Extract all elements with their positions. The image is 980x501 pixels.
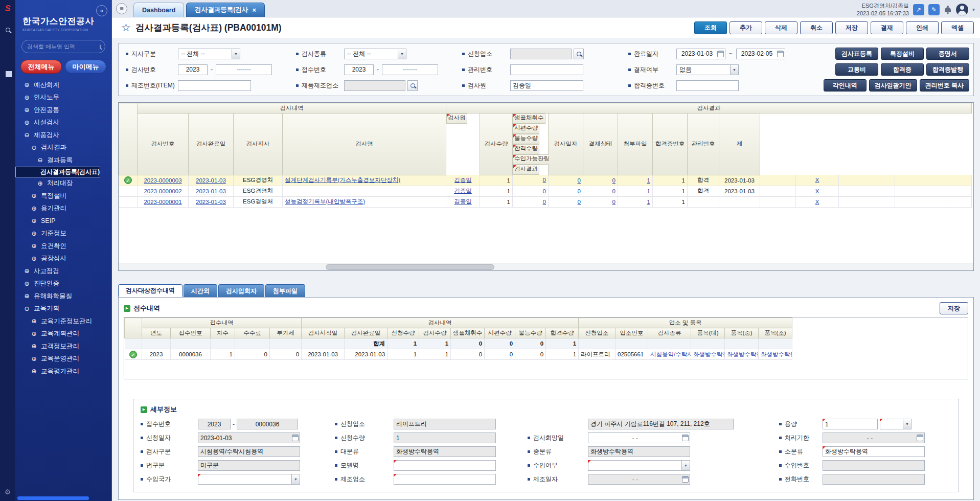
sidebar-item-inspection-result-registration[interactable]: 검사결과등록(검사표) [15, 167, 100, 177]
cell-link[interactable]: 성능검정기록부(내압방폭구조) [285, 198, 365, 204]
inspection-sheet-register-button[interactable]: 검사표등록 [835, 48, 878, 60]
row-select-cell[interactable] [119, 196, 138, 207]
expand-node-icon[interactable]: ⊕ [24, 82, 30, 88]
print-button[interactable]: 인쇄 [906, 21, 939, 34]
cell-link[interactable]: 1 [647, 199, 650, 205]
tab-dashboard[interactable]: Dashboard [133, 3, 184, 17]
expand-node-icon[interactable]: ⊕ [31, 331, 37, 337]
expand-node-icon[interactable]: ⊕ [24, 107, 30, 113]
cell-link[interactable]: 0 [578, 188, 581, 194]
manufacturer-input[interactable] [394, 474, 496, 485]
collapse-node-icon[interactable]: ⊖ [37, 157, 43, 163]
receipt-no-serial-input[interactable] [382, 64, 438, 75]
application-date-input[interactable] [198, 432, 300, 443]
sidebar-item-accident-inspection[interactable]: ⊕사고점검 [15, 265, 111, 278]
gear-icon[interactable]: ⚙ [5, 488, 11, 496]
sidebar-item-diagnosis-certification[interactable]: ⊕진단인증 [15, 278, 111, 290]
search-button[interactable]: 조회 [694, 21, 727, 34]
inspection-no-serial-input[interactable] [216, 64, 272, 75]
tab-inspection-target-receipt[interactable]: 검사대상접수내역 [118, 284, 183, 297]
expand-node-icon[interactable]: ⊕ [31, 206, 37, 212]
cell-link[interactable]: 0 [578, 199, 581, 205]
product-manufacturer-input[interactable] [344, 80, 405, 91]
inspector-input[interactable] [510, 80, 583, 91]
pass-certificate-issue-button[interactable]: 합격증발행 [926, 63, 969, 76]
sidebar-item-inspection-result[interactable]: ⊖검사결과 [15, 142, 111, 154]
calendar-icon[interactable] [777, 51, 784, 57]
collapse-node-icon[interactable]: ⊖ [24, 132, 30, 138]
engraving-history-button[interactable]: 각인내역 [824, 79, 867, 92]
sidebar-item-education-plan[interactable]: ⊕교육계획관리 [15, 328, 111, 340]
sidebar-item-customer-info[interactable]: ⊕고객정보관리 [15, 340, 111, 353]
copy-management-no-button[interactable]: 관리번호 복사 [920, 79, 969, 92]
import-country-select[interactable]: ▼ [198, 474, 300, 485]
cell-link[interactable]: X [815, 177, 819, 183]
detail-receipt-serial-input[interactable] [237, 419, 298, 429]
row-select-cell[interactable]: ✓ [125, 349, 142, 360]
cell-link[interactable]: 0 [612, 177, 616, 184]
cell-link[interactable]: 0 [543, 177, 546, 183]
cell-link[interactable]: 1 [647, 188, 650, 194]
horizontal-scrollbar[interactable] [119, 263, 973, 270]
horizontal-scrollbar-thumb[interactable] [326, 264, 494, 270]
sidebar-item-facility-inspection[interactable]: ⊕시설검사 [15, 117, 111, 129]
detail-save-button[interactable]: 저장 [940, 302, 968, 314]
add-button[interactable]: 추가 [730, 21, 762, 34]
cell-link[interactable]: 1 [647, 177, 650, 184]
cell-link[interactable]: 설계단계검사기록부(가스누출경보차단장치) [285, 177, 400, 183]
inspection-kind-select[interactable]: -- 전체 --▼ [344, 49, 406, 59]
calendar-icon[interactable] [682, 435, 689, 441]
inspection-category-input[interactable] [198, 446, 300, 457]
expand-node-icon[interactable]: ⊕ [37, 180, 43, 187]
menu-search-input[interactable] [27, 43, 100, 50]
cell-link[interactable]: 2023-01-03 [196, 188, 226, 194]
sidebar-item-education-standard-info[interactable]: ⊕교육기준정보관리 [15, 315, 111, 328]
cancel-button[interactable]: 취소 [800, 21, 833, 34]
calendar-icon[interactable] [917, 435, 923, 441]
tab-inspection-result-registration[interactable]: 검사결과등록(검사 × [186, 3, 265, 17]
cell-link[interactable]: 0 [612, 199, 616, 205]
row-select-cell[interactable]: ✓ [119, 175, 138, 186]
detail-receipt-year-input[interactable] [198, 419, 231, 429]
capacity-input[interactable] [823, 419, 878, 429]
model-name-input[interactable] [394, 460, 496, 471]
collapse-node-icon[interactable]: ⊖ [31, 145, 37, 151]
cell-link[interactable]: 2023-0000002 [144, 188, 181, 194]
cell-link[interactable]: 0 [543, 188, 546, 194]
capacity-unit-select[interactable]: ▼ [880, 419, 911, 429]
expand-node-icon[interactable]: ⊕ [31, 256, 37, 262]
approval-status-select[interactable]: 없음▼ [676, 64, 739, 75]
sidebar-item-safety-common[interactable]: ⊕안전공통 [15, 104, 111, 117]
table-row[interactable]: 2023-00000022023-01-03ESG경영처김종일100011합격2… [119, 186, 972, 196]
sidebar-item-standard-info[interactable]: ⊕기준정보 [15, 227, 111, 240]
cell-link[interactable]: 0 [543, 199, 546, 205]
certificate-button[interactable]: 증명서 [926, 48, 969, 60]
cell-link[interactable]: 0 [578, 177, 581, 184]
sidebar-item-education-evaluation[interactable]: ⊕교육평가관리 [15, 365, 111, 378]
sidebar-item-factory-audit[interactable]: ⊕공장심사 [15, 253, 111, 265]
menu-search-box[interactable] [21, 40, 105, 53]
apps-grid-icon[interactable] [6, 72, 7, 73]
import-no-input[interactable] [823, 460, 925, 471]
table-row[interactable]: ✓202300000361002023-01-032023-01-0311000… [125, 349, 792, 360]
transportation-fee-button[interactable]: 교통비 [835, 63, 878, 76]
tab-overtime[interactable]: 시간외 [184, 284, 217, 297]
expand-node-icon[interactable]: ⊕ [24, 281, 30, 287]
cell-link[interactable]: 2023-01-03 [196, 199, 226, 205]
edit-icon[interactable]: ✎ [928, 4, 940, 15]
calendar-icon[interactable] [682, 476, 689, 483]
cell-link[interactable]: 김종일 [454, 198, 472, 204]
search-icon[interactable] [100, 44, 101, 49]
cell-link[interactable]: 0 [612, 188, 616, 194]
tab-close-icon[interactable]: × [252, 7, 256, 13]
sidebar-item-hazardous-chemicals[interactable]: ⊕유해화학물질 [15, 290, 111, 303]
middle-class-input[interactable] [588, 446, 690, 457]
pass-certificate-button[interactable]: 합격증 [881, 63, 924, 76]
expand-node-icon[interactable]: ⊕ [31, 368, 37, 374]
phone-no-input[interactable] [823, 474, 925, 485]
favorite-star-icon[interactable]: ☆ [121, 21, 131, 34]
desired-inspection-date-input[interactable] [588, 432, 690, 443]
cell-link[interactable]: 2023-0000001 [144, 199, 181, 205]
sidebar-item-result-registration[interactable]: ⊖결과등록 [15, 154, 111, 167]
delete-button[interactable]: 삭제 [765, 21, 797, 34]
